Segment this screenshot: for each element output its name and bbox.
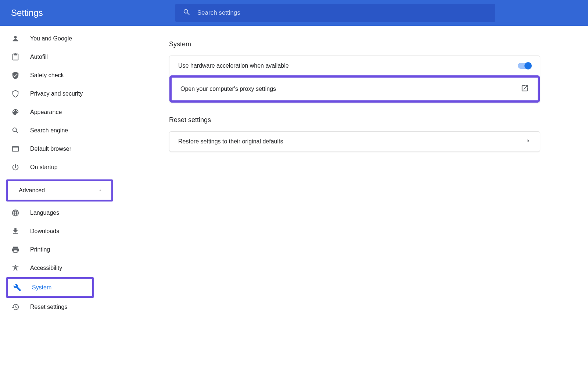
- browser-icon: [11, 145, 20, 153]
- palette-icon: [11, 108, 20, 117]
- chevron-right-icon: [526, 138, 531, 145]
- sidebar-item-label: Downloads: [30, 228, 59, 235]
- system-card: Use hardware acceleration when available…: [169, 56, 540, 103]
- sidebar-item-label: System: [32, 284, 51, 291]
- sidebar-item-label: Reset settings: [30, 304, 67, 310]
- reset-card: Restore settings to their original defau…: [169, 131, 540, 152]
- person-icon: [11, 34, 20, 43]
- sidebar-item-printing[interactable]: Printing: [0, 240, 121, 259]
- sidebar-item-privacy-security[interactable]: Privacy and security: [0, 85, 121, 103]
- row-label: Restore settings to their original defau…: [178, 138, 283, 145]
- accessibility-icon: [11, 264, 20, 272]
- globe-icon: [11, 208, 20, 217]
- sidebar-item-label: On startup: [30, 164, 58, 171]
- power-icon: [11, 163, 20, 172]
- page-title: Settings: [11, 8, 43, 18]
- sidebar-item-appearance[interactable]: Appearance: [0, 103, 121, 121]
- highlight-advanced: Advanced: [6, 179, 113, 202]
- row-label: Open your computer's proxy settings: [180, 86, 276, 92]
- sidebar-item-label: Languages: [30, 210, 59, 216]
- row-hardware-acceleration[interactable]: Use hardware acceleration when available: [169, 56, 540, 76]
- sidebar-item-accessibility[interactable]: Accessibility: [0, 259, 121, 277]
- sidebar-item-label: Accessibility: [30, 265, 62, 271]
- open-external-icon: [521, 84, 529, 94]
- search-bar[interactable]: [175, 4, 495, 22]
- highlight-system-nav: System: [6, 277, 94, 298]
- sidebar-item-system[interactable]: System: [8, 279, 92, 296]
- shield-check-icon: [11, 71, 20, 80]
- body: You and Google Autofill Safety check Pri…: [0, 26, 588, 378]
- sidebar: You and Google Autofill Safety check Pri…: [0, 26, 121, 378]
- sidebar-advanced-toggle[interactable]: Advanced: [8, 181, 111, 200]
- sidebar-item-label: Appearance: [30, 109, 62, 115]
- section-title-reset: Reset settings: [169, 116, 540, 124]
- sidebar-item-label: Printing: [30, 246, 50, 253]
- search-input[interactable]: [197, 9, 488, 17]
- sidebar-item-downloads[interactable]: Downloads: [0, 222, 121, 240]
- header: Settings: [0, 0, 588, 26]
- search-icon: [183, 8, 191, 18]
- sidebar-item-reset-settings[interactable]: Reset settings: [0, 298, 121, 316]
- sidebar-item-label: Default browser: [30, 146, 71, 152]
- main-content: System Use hardware acceleration when av…: [121, 26, 588, 378]
- sidebar-item-safety-check[interactable]: Safety check: [0, 66, 121, 85]
- print-icon: [11, 245, 20, 254]
- sidebar-item-label: You and Google: [30, 35, 72, 42]
- clipboard-icon: [11, 53, 20, 61]
- sidebar-item-label: Safety check: [30, 72, 64, 79]
- shield-icon: [11, 89, 20, 98]
- advanced-label: Advanced: [19, 187, 45, 194]
- sidebar-item-search-engine[interactable]: Search engine: [0, 121, 121, 140]
- restore-icon: [11, 303, 20, 311]
- sidebar-item-label: Privacy and security: [30, 90, 83, 97]
- sidebar-item-languages[interactable]: Languages: [0, 204, 121, 222]
- sidebar-item-default-browser[interactable]: Default browser: [0, 140, 121, 158]
- download-icon: [11, 227, 20, 236]
- row-proxy-settings[interactable]: Open your computer's proxy settings: [172, 78, 538, 100]
- sidebar-item-you-and-google[interactable]: You and Google: [0, 29, 121, 48]
- search-icon: [11, 126, 20, 135]
- highlight-proxy-row: Open your computer's proxy settings: [169, 75, 540, 103]
- sidebar-item-autofill[interactable]: Autofill: [0, 48, 121, 66]
- chevron-up-icon: [98, 187, 103, 194]
- row-label: Use hardware acceleration when available: [178, 63, 289, 69]
- sidebar-item-label: Search engine: [30, 127, 68, 134]
- sidebar-item-label: Autofill: [30, 54, 48, 60]
- wrench-icon: [13, 283, 22, 292]
- section-title-system: System: [169, 40, 540, 48]
- toggle-hardware-acceleration[interactable]: [518, 63, 531, 69]
- row-restore-defaults[interactable]: Restore settings to their original defau…: [169, 132, 540, 151]
- sidebar-item-on-startup[interactable]: On startup: [0, 158, 121, 176]
